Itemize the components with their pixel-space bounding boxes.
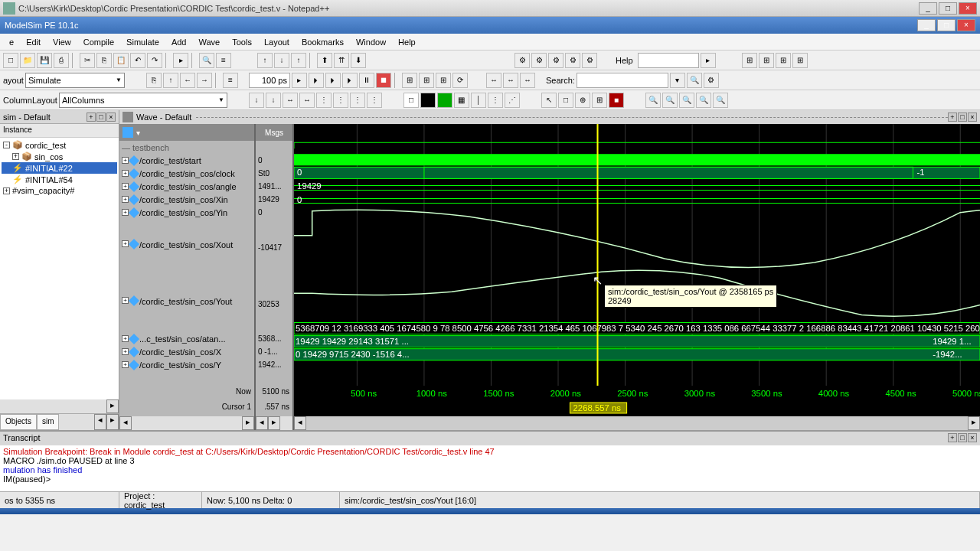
help-go-icon[interactable]: ▸ bbox=[701, 53, 716, 68]
hier-up-icon[interactable]: ⬆ bbox=[317, 53, 332, 68]
hier-top-icon[interactable]: ⇈ bbox=[334, 53, 349, 68]
paste-icon[interactable]: 📋 bbox=[113, 53, 129, 68]
tool-icon[interactable]: ↓ bbox=[249, 93, 264, 108]
cursor-icon[interactable]: ↖ bbox=[541, 93, 557, 108]
panel-btn[interactable]: □ bbox=[958, 433, 967, 442]
panel-btn[interactable]: □ bbox=[958, 112, 967, 122]
signal-name-row[interactable]: +...c_test/sin_cos/atan... bbox=[119, 332, 254, 345]
step-up-icon[interactable]: ↑ bbox=[257, 53, 273, 68]
menu-help[interactable]: Help bbox=[392, 35, 422, 49]
save-icon[interactable]: 💾 bbox=[37, 53, 52, 68]
tool-icon[interactable]: ⚙ bbox=[548, 53, 564, 68]
tool-icon[interactable]: ≡ bbox=[223, 73, 238, 88]
left-scroll[interactable]: ▸ bbox=[0, 399, 119, 413]
find-icon[interactable]: 🔍 bbox=[199, 53, 214, 68]
transcript-body[interactable]: Simulation Breakpoint: Break in Module c… bbox=[0, 445, 980, 491]
toggle-icon[interactable]: + bbox=[3, 187, 10, 194]
menu-compile[interactable]: Compile bbox=[77, 35, 120, 49]
toggle-icon[interactable]: + bbox=[12, 153, 19, 160]
tool-icon[interactable]: ⚙ bbox=[582, 53, 597, 68]
zoom-icon[interactable]: 🔍 bbox=[713, 93, 728, 108]
menu-edit[interactable]: Edit bbox=[20, 35, 47, 49]
zoom-out-icon[interactable]: 🔍 bbox=[662, 93, 678, 108]
panel-btn[interactable]: + bbox=[948, 433, 957, 442]
copy-icon[interactable]: ⎘ bbox=[96, 53, 112, 68]
compile-icon[interactable]: ▸ bbox=[173, 53, 188, 68]
menu-layout[interactable]: Layout bbox=[258, 35, 296, 49]
toggle-icon[interactable]: - bbox=[3, 142, 10, 148]
hier-down-icon[interactable]: ⬇ bbox=[351, 53, 366, 68]
menu-bookmarks[interactable]: Bookmarks bbox=[296, 35, 350, 49]
signal-name-row[interactable]: +/cordic_test/sin_cos/Xout bbox=[119, 219, 254, 276]
tool-icon[interactable]: ⊞ bbox=[742, 53, 757, 68]
menu-add[interactable]: Add bbox=[165, 35, 193, 49]
menu-tools[interactable]: Tools bbox=[226, 35, 258, 49]
signal-name-row[interactable]: +/cordic_test/sin_cos/angle bbox=[119, 180, 254, 193]
tab-scroll-left[interactable]: ◂ bbox=[94, 414, 106, 430]
tool-icon[interactable]: ⟳ bbox=[452, 73, 468, 88]
tree-item[interactable]: +📦sin_cos bbox=[2, 151, 117, 162]
tool-icon[interactable]: ⚙ bbox=[704, 73, 719, 88]
search-input[interactable] bbox=[577, 73, 668, 88]
step-down-icon[interactable]: ↓ bbox=[274, 53, 289, 68]
tool-icon[interactable]: ⋮ bbox=[350, 93, 365, 108]
tool-icon[interactable]: ⊞ bbox=[419, 73, 434, 88]
step-out-icon[interactable]: ↑ bbox=[291, 53, 306, 68]
wave-mode-icon[interactable] bbox=[437, 93, 452, 108]
scroll-right-icon[interactable]: ▸ bbox=[968, 416, 980, 430]
break-icon[interactable]: ⏸ bbox=[359, 73, 374, 88]
undo-icon[interactable]: ↶ bbox=[130, 53, 145, 68]
tool-icon[interactable]: ↔ bbox=[283, 93, 298, 108]
panel-close-icon[interactable]: × bbox=[968, 112, 977, 122]
scroll-track[interactable] bbox=[306, 416, 968, 430]
signal-name-row[interactable]: +/cordic_test/start bbox=[119, 154, 254, 167]
signal-name-row[interactable]: +/cordic_test/sin_cos/clock bbox=[119, 167, 254, 180]
tool-icon[interactable]: ↔ bbox=[486, 73, 501, 88]
waveform-area[interactable]: 0 -1 19429 0 5368709 12 3169333 405 1674… bbox=[294, 124, 980, 386]
menu-file[interactable]: e bbox=[3, 35, 20, 49]
new-icon[interactable]: □ bbox=[3, 53, 18, 68]
zoom-cursor-icon[interactable]: 🔍 bbox=[696, 93, 711, 108]
tool-icon[interactable]: ⊞ bbox=[592, 93, 607, 108]
fwd-icon[interactable]: → bbox=[197, 73, 212, 88]
signal-name-row[interactable]: +/cordic_test/sin_cos/Xin bbox=[119, 193, 254, 206]
wave-mode-icon[interactable] bbox=[420, 93, 436, 108]
wave-mode-icon[interactable]: │ bbox=[471, 93, 486, 108]
time-input[interactable] bbox=[249, 73, 290, 88]
tool-icon[interactable]: ■ bbox=[609, 93, 624, 108]
wave-mode-icon[interactable]: ⋰ bbox=[505, 93, 520, 108]
signal-name-row[interactable]: +/cordic_test/sin_cos/Yout bbox=[119, 276, 254, 332]
tab-scroll-right[interactable]: ▸ bbox=[106, 414, 119, 430]
tool-icon[interactable]: ↔ bbox=[299, 93, 315, 108]
cut-icon[interactable]: ✂ bbox=[80, 53, 95, 68]
tool-icon[interactable]: ⋮ bbox=[367, 93, 382, 108]
menu-simulate[interactable]: Simulate bbox=[120, 35, 165, 49]
help-input[interactable] bbox=[638, 53, 699, 68]
signal-name-row[interactable]: +/cordic_test/sin_cos/X bbox=[119, 345, 254, 358]
tool-icon[interactable]: ↔ bbox=[520, 73, 535, 88]
tool-icon[interactable]: ⎘ bbox=[146, 73, 162, 88]
signal-name-row[interactable]: +/cordic_test/sin_cos/Y bbox=[119, 358, 254, 371]
tree-item[interactable]: +#vsim_capacity# bbox=[2, 185, 117, 196]
colayout-combo[interactable]: AllColumns ▼ bbox=[59, 93, 227, 108]
scroll-left-icon[interactable]: ◂ bbox=[294, 416, 306, 430]
tree-item[interactable]: ⚡#INITIAL#22 bbox=[2, 162, 117, 174]
tool-icon[interactable]: ⊞ bbox=[776, 53, 791, 68]
search-go-icon[interactable]: ▾ bbox=[670, 73, 685, 88]
menu-window[interactable]: Window bbox=[350, 35, 392, 49]
panel-btn[interactable]: + bbox=[948, 112, 957, 122]
scroll-left-icon[interactable]: ◂ bbox=[119, 416, 132, 430]
tool-icon[interactable]: ⊕ bbox=[575, 93, 590, 108]
layout-combo[interactable]: Simulate ▼ bbox=[25, 73, 125, 88]
tool-icon[interactable]: ⋮ bbox=[333, 93, 348, 108]
print-icon[interactable]: ⎙ bbox=[54, 53, 69, 68]
tool-icon[interactable]: ↔ bbox=[503, 73, 518, 88]
list-icon[interactable]: ≡ bbox=[216, 53, 231, 68]
tool-icon[interactable]: ⚙ bbox=[565, 53, 580, 68]
tree-item[interactable]: ⚡#INITIAL#54 bbox=[2, 174, 117, 185]
wave-mode-icon[interactable]: ⋮ bbox=[488, 93, 503, 108]
minimize-button[interactable]: _ bbox=[917, 19, 936, 31]
tool-icon[interactable]: 🔍 bbox=[687, 73, 702, 88]
stop-icon[interactable]: ⏹ bbox=[376, 73, 391, 88]
back-icon[interactable]: ← bbox=[180, 73, 195, 88]
